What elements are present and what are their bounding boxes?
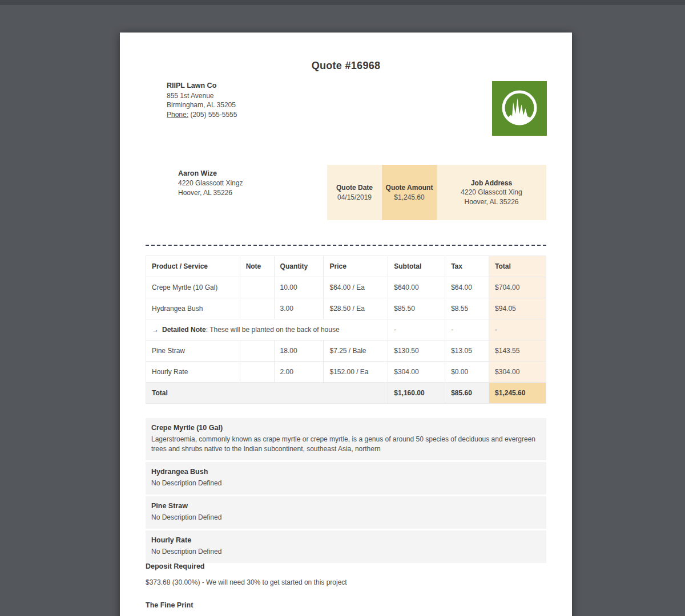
deposit-required-title: Deposit Required [146,562,205,570]
cell-product: Crepe Myrtle (10 Gal) [146,277,240,298]
table-total-row: Total $1,160.00 $85.60 $1,245.60 [146,383,546,404]
cell-price: $7.25 / Bale [324,341,388,362]
company-address-line2: Birmingham, AL 35205 [167,100,237,110]
description-title: Hydrangea Bush [151,467,541,477]
cell-quantity: 2.00 [274,362,324,383]
description-title: Hourly Rate [151,536,541,545]
quote-date-label: Quote Date [327,183,382,193]
total-row-subtotal: $1,160.00 [388,383,445,404]
table-row: Hourly Rate 2.00 $152.00 / Ea $304.00 $0… [146,362,546,383]
quote-amount-label: Quote Amount [382,183,437,193]
description-text: No Description Defined [151,479,541,488]
header-product: Product / Service [146,256,240,277]
deposit-required-text: $373.68 (30.00%) - We will need 30% to g… [146,578,347,586]
description-title: Crepe Myrtle (10 Gal) [151,423,541,433]
cell-total: - [489,319,546,341]
detailed-note-label: Detailed Note [162,326,206,334]
company-address-line1: 855 1st Avenue [167,91,237,101]
table-row: Hydrangea Bush 3.00 $28.50 / Ea $85.50 $… [146,298,546,319]
cell-subtotal: $85.50 [388,298,445,319]
customer-info: Aaron Wize 4220 Glasscott Xingz Hoover, … [178,169,243,198]
fine-print-title: The Fine Print [146,601,193,609]
cell-subtotal: $130.50 [388,341,445,362]
line-items-table: Product / Service Note Quantity Price Su… [146,256,546,404]
cell-tax: $13.05 [445,341,489,362]
header-price: Price [324,256,388,277]
detailed-note-row: →Detailed Note: These will be planted on… [146,319,546,341]
cell-tax: $0.00 [445,362,489,383]
cell-quantity: 10.00 [274,277,324,298]
detailed-note-text: : These will be planted on the back of h… [206,326,340,334]
cell-note [240,362,274,383]
total-row-label: Total [146,383,388,404]
phone-number: (205) 555-5555 [190,111,237,119]
cell-product: Hydrangea Bush [146,298,240,319]
description-section: Crepe Myrtle (10 Gal) Lagerstroemia, com… [146,418,546,460]
job-address-box: Job Address 4220 Glasscott Xing Hoover, … [437,165,546,220]
cell-price: $28.50 / Ea [324,298,388,319]
cell-note [240,298,274,319]
cell-note [240,341,274,362]
cell-subtotal: $640.00 [388,277,445,298]
cell-tax: - [445,319,489,341]
dashed-divider [146,245,546,246]
description-section: Hourly Rate No Description Defined [146,530,546,563]
quote-amount-value: $1,245.60 [382,193,437,202]
description-text: No Description Defined [151,547,541,557]
grass-logo-icon [492,81,547,136]
header-subtotal: Subtotal [388,256,445,277]
quote-date-box: Quote Date 04/15/2019 [327,165,382,220]
cell-tax: $64.00 [445,277,489,298]
company-logo [492,81,547,136]
company-info: RIIPL Lawn Co 855 1st Avenue Birmingham,… [167,81,237,119]
table-row: Crepe Myrtle (10 Gal) 10.00 $64.00 / Ea … [146,277,546,298]
company-name: RIIPL Lawn Co [167,81,237,91]
cell-total: $94.05 [489,298,546,319]
cell-product: Pine Straw [146,341,240,362]
header-total: Total [489,256,546,277]
cell-total: $143.55 [489,341,546,362]
viewer-top-bar [0,0,685,5]
table-row: Pine Straw 18.00 $7.25 / Bale $130.50 $1… [146,341,546,362]
description-section: Hydrangea Bush No Description Defined [146,462,546,495]
cell-subtotal: $304.00 [388,362,445,383]
job-address-line2: Hoover, AL 35226 [437,197,546,207]
cell-total: $304.00 [489,362,546,383]
phone-label: Phone: [167,111,188,119]
cell-subtotal: - [388,319,445,341]
cell-quantity: 18.00 [274,341,324,362]
cell-total: $704.00 [489,277,546,298]
cell-price: $64.00 / Ea [324,277,388,298]
description-text: No Description Defined [151,513,541,522]
company-phone: Phone: (205) 555-5555 [167,110,237,120]
job-address-label: Job Address [437,179,546,188]
cell-product: Hourly Rate [146,362,240,383]
customer-name: Aaron Wize [178,169,243,179]
cell-note [240,277,274,298]
product-descriptions: Crepe Myrtle (10 Gal) Lagerstroemia, com… [146,418,546,565]
header-note: Note [240,256,274,277]
total-row-tax: $85.60 [445,383,489,404]
quote-info-strip: Quote Date 04/15/2019 Quote Amount $1,24… [327,165,546,220]
job-address-line1: 4220 Glasscott Xing [437,188,546,197]
customer-address-line2: Hoover, AL 35226 [178,188,243,198]
detailed-note-cell: →Detailed Note: These will be planted on… [146,319,388,341]
arrow-right-icon: → [152,326,159,334]
table-header-row: Product / Service Note Quantity Price Su… [146,256,546,277]
quote-document-page: Quote #16968 RIIPL Lawn Co 855 1st Avenu… [120,33,572,616]
customer-address-line1: 4220 Glasscott Xingz [178,179,243,188]
header-quantity: Quantity [274,256,324,277]
cell-price: $152.00 / Ea [324,362,388,383]
cell-quantity: 3.00 [274,298,324,319]
total-row-grand-total: $1,245.60 [489,383,546,404]
page-title: Quote #16968 [120,60,572,72]
description-text: Lagerstroemia, commonly known as crape m… [151,435,541,454]
description-title: Pine Straw [151,501,541,511]
header-tax: Tax [445,256,489,277]
description-section: Pine Straw No Description Defined [146,496,546,529]
quote-date-value: 04/15/2019 [327,193,382,202]
quote-amount-box: Quote Amount $1,245.60 [382,165,437,220]
cell-tax: $8.55 [445,298,489,319]
